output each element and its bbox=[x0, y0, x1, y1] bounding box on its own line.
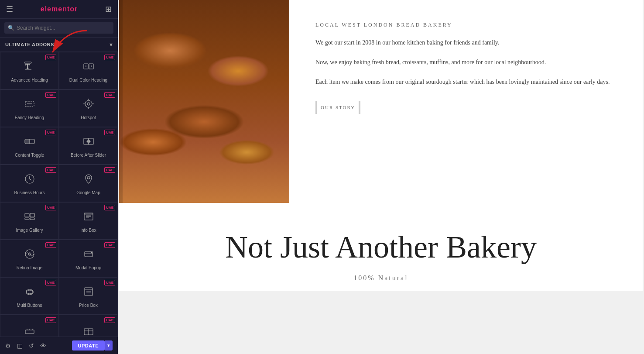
widget-item-image-gallery[interactable]: UAE Image Gallery bbox=[0, 202, 59, 240]
widget-item-google-map[interactable]: UAE Google Map bbox=[59, 165, 118, 202]
uae-badge: UAE bbox=[45, 242, 56, 248]
bakery-subtitle: LOCAL WEST LONDON BREAD BAKERY bbox=[315, 22, 617, 28]
big-heading: Not Just Another Bakery bbox=[137, 229, 625, 265]
widget-label: Content Toggle bbox=[15, 153, 44, 158]
uae-badge: UAE bbox=[45, 317, 56, 323]
widget-label: Dual Color Heading bbox=[69, 78, 107, 83]
widget-label: Multi Buttons bbox=[17, 303, 42, 308]
uae-badge: UAE bbox=[104, 55, 115, 60]
natural-text: 100% Natural bbox=[137, 274, 625, 282]
svg-rect-18 bbox=[25, 140, 29, 143]
uae-badge: UAE bbox=[104, 205, 115, 210]
elementor-logo: elementor bbox=[41, 5, 78, 13]
bottom-left-icons: ⚙ ◫ ↺ 👁 bbox=[5, 342, 46, 349]
widget-item-before-after-slider[interactable]: UAE Before After Slider bbox=[59, 127, 118, 165]
widget-label: Google Map bbox=[76, 190, 100, 196]
multi-buttons-icon bbox=[24, 285, 36, 300]
svg-rect-35 bbox=[84, 213, 93, 215]
bottom-section: Not Just Another Bakery 100% Natural bbox=[119, 203, 643, 291]
border-right bbox=[359, 101, 360, 114]
widget-item-modal-popup[interactable]: UAE Modal Popup bbox=[59, 240, 118, 277]
our-story-text: OUR STORY bbox=[321, 105, 355, 110]
uae-badge: UAE bbox=[104, 280, 115, 285]
bakery-image bbox=[119, 0, 289, 203]
our-story-button[interactable]: OUR STORY bbox=[315, 101, 360, 114]
border-left bbox=[315, 101, 317, 114]
settings-icon[interactable]: ⚙ bbox=[5, 342, 11, 349]
uae-badge: UAE bbox=[104, 92, 115, 98]
top-section: LOCAL WEST LONDON BREAD BAKERY We got ou… bbox=[119, 0, 643, 203]
croissant-background bbox=[119, 0, 289, 203]
widget-item-content-toggle[interactable]: UAE Content Toggle bbox=[0, 127, 59, 165]
uae-badge: UAE bbox=[45, 205, 56, 210]
widget-label: Info Box bbox=[80, 228, 96, 233]
misc1-icon bbox=[24, 326, 36, 337]
widget-item-dual-color-heading[interactable]: UAE Dual Color Heading bbox=[59, 52, 118, 89]
svg-rect-27 bbox=[25, 213, 29, 217]
section-header[interactable]: ULTIMATE ADDONS ▾ bbox=[0, 38, 118, 52]
misc2-icon bbox=[82, 326, 95, 337]
image-gallery-icon bbox=[24, 210, 36, 225]
google-map-icon bbox=[82, 173, 95, 188]
info-box-icon bbox=[82, 210, 95, 225]
widget-item-15[interactable]: UAE bbox=[0, 315, 59, 337]
widget-label: Retina Image bbox=[17, 265, 42, 271]
layers-icon[interactable]: ◫ bbox=[17, 342, 23, 349]
widget-label: Price Box bbox=[79, 303, 98, 308]
widget-item-info-box[interactable]: UAE Info Box bbox=[59, 202, 118, 240]
widget-label: Business Hours bbox=[14, 190, 45, 196]
widget-label: Before After Slider bbox=[71, 153, 106, 158]
sidebar-header: ☰ elementor ⊞ bbox=[0, 0, 118, 19]
image-border bbox=[119, 0, 123, 203]
business-hours-icon bbox=[24, 173, 36, 188]
retina-image-icon bbox=[24, 248, 36, 263]
hotspot-icon bbox=[82, 98, 95, 113]
uae-badge: UAE bbox=[104, 242, 115, 248]
fancy-heading-icon bbox=[24, 98, 36, 113]
update-button[interactable]: UPDATE bbox=[72, 340, 105, 351]
before-after-slider-icon bbox=[82, 135, 95, 150]
bottom-bar: ⚙ ◫ ↺ 👁 UPDATE ▾ bbox=[0, 337, 118, 354]
widget-item-advanced-heading[interactable]: UAE T Advanced Heading bbox=[0, 52, 59, 89]
search-icon: 🔍 bbox=[8, 25, 14, 31]
grid-icon[interactable]: ⊞ bbox=[105, 4, 112, 14]
modal-popup-icon bbox=[82, 248, 95, 263]
uae-badge: UAE bbox=[104, 130, 115, 135]
bakery-paragraph-3: Each item we make comes from our origina… bbox=[315, 76, 617, 87]
section-title: ULTIMATE ADDONS bbox=[5, 42, 54, 47]
svg-marker-22 bbox=[89, 140, 90, 143]
uae-badge: UAE bbox=[45, 280, 56, 285]
history-icon[interactable]: ↺ bbox=[29, 342, 34, 349]
widget-label: Advanced Heading bbox=[11, 78, 48, 83]
page-preview: LOCAL WEST LONDON BREAD BAKERY We got ou… bbox=[119, 0, 643, 291]
sidebar: ☰ elementor ⊞ 🔍 ULTIMATE ADDONS ▾ UAE T … bbox=[0, 0, 118, 354]
text-section: LOCAL WEST LONDON BREAD BAKERY We got ou… bbox=[289, 0, 643, 203]
widget-item-retina-image[interactable]: UAE Retina Image bbox=[0, 240, 59, 277]
update-arrow-button[interactable]: ▾ bbox=[105, 340, 113, 351]
hamburger-icon[interactable]: ☰ bbox=[6, 4, 13, 14]
widget-label: Fancy Heading bbox=[15, 115, 44, 120]
uae-badge: UAE bbox=[104, 167, 115, 173]
uae-badge: UAE bbox=[45, 92, 56, 98]
widget-label: Modal Popup bbox=[75, 265, 101, 271]
svg-rect-30 bbox=[30, 218, 34, 220]
uae-badge: UAE bbox=[45, 167, 56, 173]
update-group: UPDATE ▾ bbox=[72, 340, 113, 351]
svg-point-11 bbox=[87, 103, 90, 105]
main-content: LOCAL WEST LONDON BREAD BAKERY We got ou… bbox=[118, 0, 644, 354]
preview-icon[interactable]: 👁 bbox=[40, 342, 46, 349]
widget-item-price-box[interactable]: UAE Price Box bbox=[59, 277, 118, 315]
widget-item-business-hours[interactable]: UAE Business Hours bbox=[0, 165, 59, 202]
svg-rect-50 bbox=[25, 330, 34, 333]
search-input[interactable] bbox=[4, 22, 113, 34]
svg-rect-29 bbox=[25, 218, 29, 220]
price-box-icon bbox=[82, 285, 95, 300]
search-bar: 🔍 bbox=[0, 19, 118, 38]
content-toggle-icon bbox=[24, 135, 36, 150]
widget-item-multi-buttons[interactable]: UAE Multi Buttons bbox=[0, 277, 59, 315]
svg-point-10 bbox=[85, 100, 92, 107]
widget-item-16[interactable]: UAE bbox=[59, 315, 118, 337]
widget-item-fancy-heading[interactable]: UAE Fancy Heading bbox=[0, 89, 59, 127]
widget-item-hotspot[interactable]: UAE Hotspot bbox=[59, 89, 118, 127]
canvas-area: LOCAL WEST LONDON BREAD BAKERY We got ou… bbox=[118, 0, 644, 354]
